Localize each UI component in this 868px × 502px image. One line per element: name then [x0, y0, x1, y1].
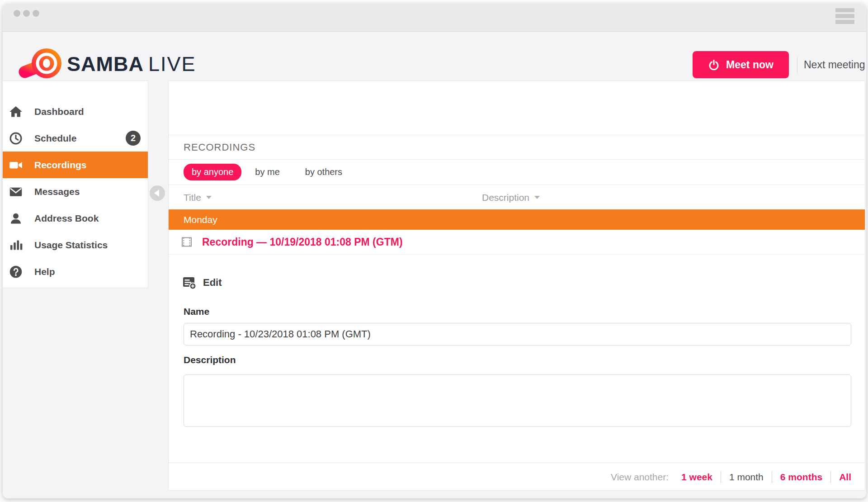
view-range-6-months[interactable]: 6 months — [780, 472, 822, 483]
window-dot-icon[interactable] — [14, 10, 20, 17]
column-title-label: Title — [184, 192, 201, 203]
recordings-header-row: RECORDINGS — [169, 135, 865, 159]
app-window: SAMBALIVE Meet now Next meeting Dashboar… — [3, 4, 866, 498]
group-row-monday[interactable]: Monday — [169, 209, 865, 230]
sidebar-item-label: Address Book — [34, 213, 99, 224]
page: SAMBALIVE Meet now Next meeting Dashboar… — [0, 0, 868, 502]
window-control-dots[interactable] — [14, 10, 39, 17]
brand-word-live: LIVE — [148, 52, 196, 76]
view-range-all[interactable]: All — [839, 472, 851, 483]
footer-divider — [721, 471, 721, 483]
sidebar-item-label: Usage Statistics — [34, 240, 108, 251]
sort-caret-icon — [534, 196, 540, 199]
view-another-label: View another: — [611, 472, 669, 483]
sidebar-item-label: Help — [34, 266, 55, 277]
meet-now-label: Meet now — [726, 59, 774, 71]
header-divider — [797, 57, 797, 73]
column-header-description[interactable]: Description — [482, 185, 540, 210]
filter-tabs-row: by anyone by me by others — [169, 159, 865, 185]
bar-chart-icon — [9, 238, 23, 252]
samba-logo-icon — [17, 46, 62, 82]
meet-now-button[interactable]: Meet now — [693, 51, 789, 78]
film-icon — [180, 236, 193, 248]
description-field-label: Description — [184, 355, 236, 365]
sidebar-item-recordings[interactable]: Recordings — [3, 152, 148, 178]
edit-button[interactable]: Edit — [169, 272, 222, 293]
description-textarea[interactable] — [184, 374, 851, 427]
footer-divider — [772, 471, 772, 483]
sidebar-collapse-button[interactable] — [150, 185, 165, 201]
video-camera-icon — [9, 158, 23, 172]
column-header-title[interactable]: Title — [184, 185, 212, 210]
question-icon — [9, 265, 23, 279]
power-icon — [708, 59, 720, 71]
filter-tab-by-me[interactable]: by me — [243, 164, 291, 180]
sidebar-item-address-book[interactable]: Address Book — [3, 205, 148, 232]
chevron-left-icon — [154, 189, 159, 197]
view-range-1-month[interactable]: 1 month — [729, 472, 764, 483]
table-header-row: Title Description — [169, 185, 865, 209]
column-description-label: Description — [482, 192, 529, 203]
hamburger-menu-icon[interactable] — [835, 8, 854, 24]
footer-divider — [830, 471, 831, 483]
sidebar-item-schedule[interactable]: Schedule 2 — [3, 125, 148, 152]
group-row-label: Monday — [184, 214, 217, 225]
recordings-panel: RECORDINGS by anyone by me by others Tit… — [168, 81, 865, 491]
person-icon — [9, 212, 23, 225]
window-dot-icon[interactable] — [33, 10, 39, 17]
sidebar-item-help[interactable]: Help — [3, 258, 148, 285]
page-title: RECORDINGS — [184, 142, 255, 153]
sidebar-nav: Dashboard Schedule 2 Recordings — [3, 81, 148, 288]
sidebar-item-dashboard[interactable]: Dashboard — [3, 98, 148, 125]
sidebar-item-messages[interactable]: Messages — [3, 178, 148, 205]
clock-icon — [9, 132, 23, 145]
sidebar-item-label: Dashboard — [34, 106, 84, 117]
sort-caret-icon — [206, 196, 212, 199]
sidebar-item-usage-statistics[interactable]: Usage Statistics — [3, 232, 148, 258]
sidebar-item-label: Messages — [34, 186, 80, 197]
sidebar-item-label: Schedule — [34, 133, 76, 144]
next-meeting-link[interactable]: Next meeting — [804, 51, 865, 78]
schedule-count-badge: 2 — [126, 131, 141, 146]
edit-label: Edit — [203, 277, 222, 289]
filter-tab-by-others[interactable]: by others — [293, 164, 354, 180]
view-range-1-week[interactable]: 1 week — [681, 472, 712, 483]
brand-word-samba: SAMBA — [67, 52, 144, 76]
brand-name: SAMBALIVE — [67, 52, 196, 76]
filter-tab-by-anyone[interactable]: by anyone — [184, 164, 241, 180]
name-input[interactable] — [184, 323, 851, 346]
name-field-label: Name — [184, 306, 209, 317]
recording-link[interactable]: Recording — 10/19/2018 01:08 PM (GTM) — [202, 236, 403, 248]
window-chrome-bar — [3, 4, 866, 32]
home-icon — [9, 105, 23, 118]
edit-form-icon — [182, 275, 197, 290]
recording-row: Recording — 10/19/2018 01:08 PM (GTM) — [169, 230, 865, 255]
envelope-icon — [9, 185, 23, 199]
window-dot-icon[interactable] — [23, 10, 30, 17]
panel-footer: View another: 1 week 1 month 6 months Al… — [169, 463, 865, 491]
sidebar-item-label: Recordings — [34, 160, 87, 170]
